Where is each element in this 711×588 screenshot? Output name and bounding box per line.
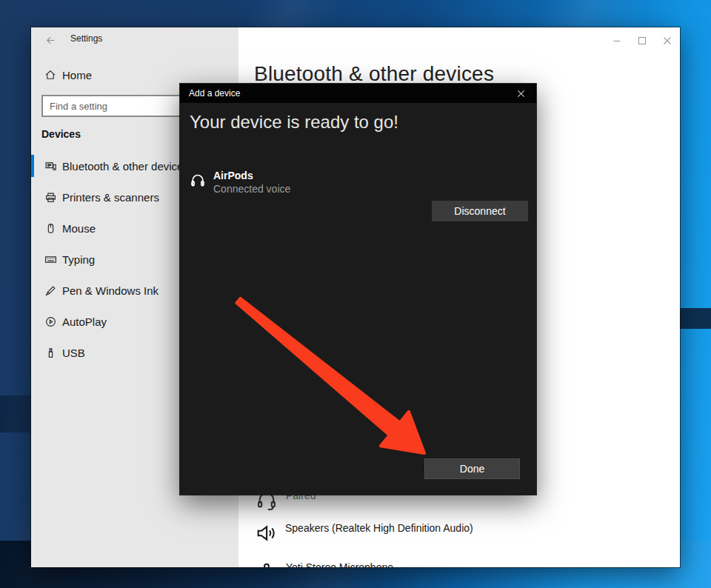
sidebar-item-label: Mouse xyxy=(62,222,96,235)
device-row-yeti[interactable]: Yeti Stereo Microphone xyxy=(256,561,393,567)
close-button[interactable] xyxy=(655,32,680,50)
maximize-button[interactable] xyxy=(630,32,655,50)
dialog-title: Add a device xyxy=(189,88,240,98)
device-name: Yeti Stereo Microphone xyxy=(286,561,393,567)
sidebar-home-label: Home xyxy=(62,69,92,81)
disconnect-button[interactable]: Disconnect xyxy=(432,201,528,221)
mouse-icon xyxy=(44,222,57,235)
selected-indicator xyxy=(31,217,34,239)
home-icon xyxy=(44,69,56,81)
selected-indicator xyxy=(31,279,34,301)
headphones-icon xyxy=(190,172,206,188)
back-button[interactable] xyxy=(40,32,61,48)
selected-indicator xyxy=(31,248,34,270)
dialog-close-button[interactable] xyxy=(505,84,536,103)
device-row-speakers[interactable]: Speakers (Realtek High Definition Audio) xyxy=(255,522,473,544)
sidebar-item-label: Bluetooth & other devices xyxy=(62,160,189,173)
minimize-button[interactable] xyxy=(604,32,630,50)
selected-indicator xyxy=(31,186,34,208)
microphone-icon xyxy=(256,561,278,567)
usb-icon xyxy=(44,347,57,359)
app-title: Settings xyxy=(70,33,102,44)
device-name: Speakers (Realtek High Definition Audio) xyxy=(285,522,473,534)
speaker-icon xyxy=(255,522,277,544)
dialog-titlebar: Add a device xyxy=(180,84,536,103)
add-device-dialog: Add a device Your device is ready to go!… xyxy=(180,84,536,495)
minimize-icon xyxy=(612,36,621,45)
pen-icon xyxy=(44,284,57,297)
maximize-icon xyxy=(638,36,647,45)
dialog-device-name: AirPods xyxy=(213,170,290,181)
close-icon xyxy=(663,36,672,45)
autoplay-icon xyxy=(44,315,57,328)
desktop-wallpaper: Settings Home Devices Bluetooth & other … xyxy=(0,0,711,588)
selected-indicator xyxy=(31,341,34,364)
sidebar-item-label: Pen & Windows Ink xyxy=(62,284,158,297)
keyboard-icon xyxy=(44,253,57,266)
close-icon xyxy=(517,90,525,98)
sidebar-item-label: Printers & scanners xyxy=(62,191,159,204)
back-arrow-icon xyxy=(45,35,56,46)
sidebar-item-label: Typing xyxy=(62,253,95,266)
bluetooth-devices-icon xyxy=(44,160,57,173)
dialog-heading: Your device is ready to go! xyxy=(190,112,398,133)
dialog-device-status: Connected voice xyxy=(213,183,290,195)
sidebar-section-title: Devices xyxy=(41,128,81,140)
done-button[interactable]: Done xyxy=(424,458,520,479)
selected-indicator xyxy=(31,155,34,177)
sidebar-item-label: AutoPlay xyxy=(62,315,107,328)
sidebar-item-label: USB xyxy=(62,347,85,359)
printer-icon xyxy=(44,191,57,204)
dialog-device-row: AirPods Connected voice xyxy=(190,170,290,195)
selected-indicator xyxy=(31,310,34,333)
window-controls xyxy=(604,32,680,50)
page-title: Bluetooth & other devices xyxy=(254,62,494,86)
